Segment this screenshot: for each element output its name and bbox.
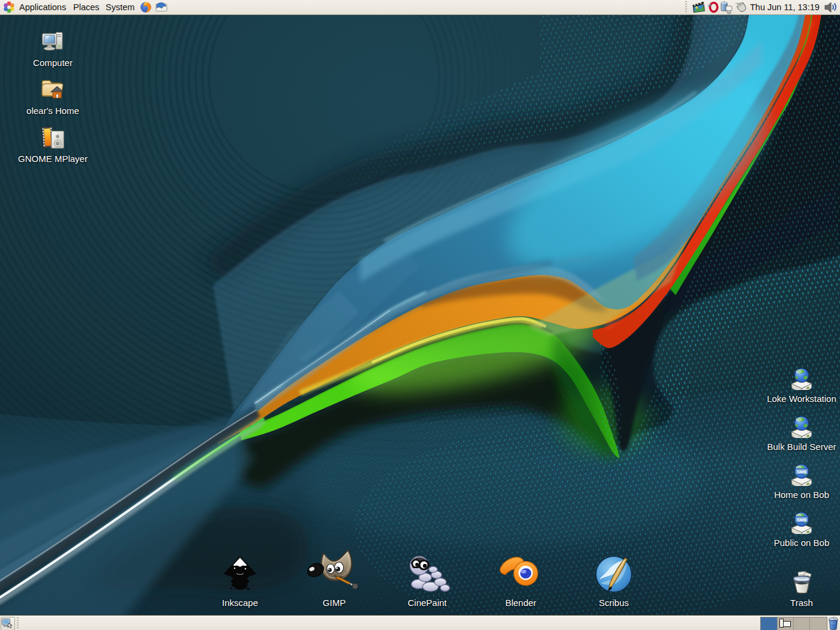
svg-text:SMB: SMB [797,517,806,523]
svg-text:SMB: SMB [797,469,806,475]
